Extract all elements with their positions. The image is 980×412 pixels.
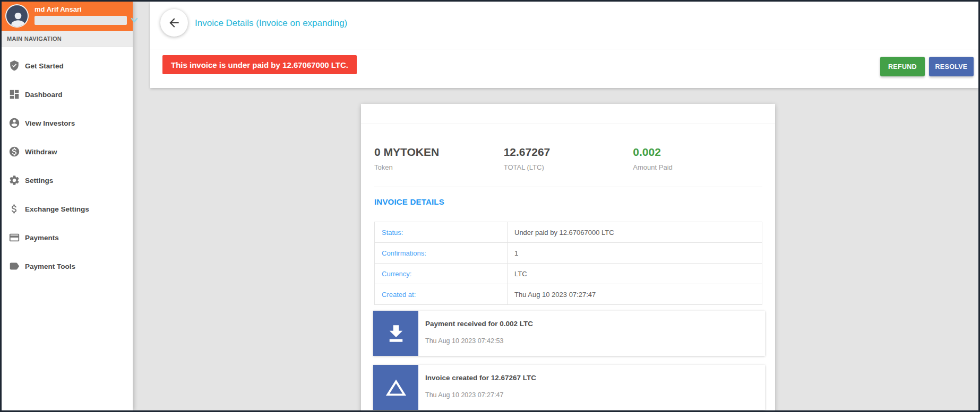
sidebar-item-label: Payment Tools [25, 262, 75, 270]
table-row: Confirmations: 1 [375, 243, 762, 264]
sidebar-item-label: Dashboard [25, 91, 63, 99]
avatar [5, 4, 29, 28]
detail-value: LTC [508, 264, 762, 284]
resolve-button[interactable]: RESOLVE [929, 57, 974, 76]
triangle-icon [373, 365, 418, 410]
card-top-strip [361, 104, 775, 124]
table-row: Created at: Thu Aug 10 2023 07:27:47 [375, 284, 762, 305]
sidebar-item-payments[interactable]: Payments [2, 223, 133, 252]
dollar-circle-icon [8, 146, 20, 157]
nav-section-label: MAIN NAVIGATION [7, 36, 62, 42]
event-invoice-created: Invoice created for 12.67267 LTC Thu Aug… [373, 365, 765, 410]
event-timestamp: Thu Aug 10 2023 07:27:47 [425, 391, 503, 399]
stat-total: 12.67267 TOTAL (LTC) [504, 146, 633, 171]
person-circle-icon [8, 117, 20, 129]
invoice-card: 0 MYTOKEN Token 12.67267 TOTAL (LTC) 0.0… [361, 104, 775, 412]
sidebar: md Arif Ansari MAIN NAVIGATION Get Start… [2, 2, 133, 410]
shield-check-icon [8, 60, 20, 72]
detail-label: Created at: [375, 284, 508, 305]
person-silhouette-icon [8, 8, 28, 28]
detail-label: Status: [375, 222, 508, 243]
stat-total-label: TOTAL (LTC) [504, 163, 633, 171]
user-dropdown[interactable] [35, 16, 127, 25]
sidebar-item-view-investors[interactable]: View Investors [2, 109, 133, 137]
stat-amount-paid: 0.002 Amount Paid [633, 146, 762, 171]
event-title: Invoice created for 12.67267 LTC [425, 374, 536, 382]
header-divider [150, 49, 978, 49]
sidebar-item-label: Withdraw [25, 148, 57, 156]
user-name: md Arif Ansari [35, 5, 82, 13]
chevron-down-icon [130, 16, 139, 26]
sidebar-item-label: Settings [25, 177, 53, 185]
back-button[interactable] [160, 9, 188, 37]
stat-token: 0 MYTOKEN Token [374, 146, 504, 171]
refund-button[interactable]: REFUND [880, 57, 925, 76]
tag-icon [8, 260, 20, 272]
detail-value: 1 [508, 243, 762, 264]
stats-divider [374, 187, 762, 187]
invoice-stats: 0 MYTOKEN Token 12.67267 TOTAL (LTC) 0.0… [374, 146, 762, 171]
gear-icon [8, 174, 20, 186]
event-timestamp: Thu Aug 10 2023 07:42:53 [425, 337, 503, 345]
event-payment-received: Payment received for 0.002 LTC Thu Aug 1… [373, 311, 765, 356]
detail-label: Currency: [375, 264, 508, 284]
detail-value: Thu Aug 10 2023 07:27:47 [508, 284, 762, 305]
invoice-details-table: Status: Under paid by 12.67067000 LTC Co… [374, 222, 762, 305]
invoice-details-heading: INVOICE DETAILS [374, 197, 444, 206]
stat-amount-paid-value: 0.002 [633, 146, 762, 159]
header-panel: Invoice Details (Invoice on expanding) T… [150, 2, 978, 88]
table-row: Currency: LTC [375, 264, 762, 284]
page-title: Invoice Details (Invoice on expanding) [195, 18, 347, 29]
user-panel: md Arif Ansari [2, 2, 133, 31]
sidebar-item-label: Payments [25, 234, 59, 242]
nav-list: Get Started Dashboard View Investors Wit… [2, 51, 133, 280]
app-viewport: md Arif Ansari MAIN NAVIGATION Get Start… [0, 0, 980, 412]
sidebar-item-label: View Investors [25, 119, 75, 127]
detail-label: Confirmations: [375, 243, 508, 264]
back-arrow-icon [167, 16, 181, 30]
dashboard-grid-icon [8, 89, 20, 100]
stat-total-value: 12.67267 [504, 146, 633, 159]
credit-card-icon [8, 232, 20, 243]
nav-section-header: MAIN NAVIGATION [2, 31, 133, 47]
stat-token-label: Token [374, 163, 504, 171]
sidebar-item-label: Exchange Settings [25, 205, 89, 213]
sidebar-item-payment-tools[interactable]: Payment Tools [2, 252, 133, 280]
event-title: Payment received for 0.002 LTC [425, 320, 533, 328]
underpaid-alert: This invoice is under paid by 12.6706700… [162, 55, 357, 74]
sidebar-item-dashboard[interactable]: Dashboard [2, 80, 133, 109]
sidebar-item-settings[interactable]: Settings [2, 166, 133, 195]
download-icon [373, 311, 418, 356]
stat-token-value: 0 MYTOKEN [374, 146, 504, 159]
sidebar-item-get-started[interactable]: Get Started [2, 51, 133, 80]
sidebar-item-exchange-settings[interactable]: Exchange Settings [2, 195, 133, 223]
sidebar-item-label: Get Started [25, 62, 64, 70]
table-row: Status: Under paid by 12.67067000 LTC [375, 222, 762, 243]
detail-value: Under paid by 12.67067000 LTC [508, 222, 762, 243]
sidebar-item-withdraw[interactable]: Withdraw [2, 137, 133, 166]
stat-amount-paid-label: Amount Paid [633, 163, 762, 171]
dollar-sign-icon [8, 203, 20, 215]
